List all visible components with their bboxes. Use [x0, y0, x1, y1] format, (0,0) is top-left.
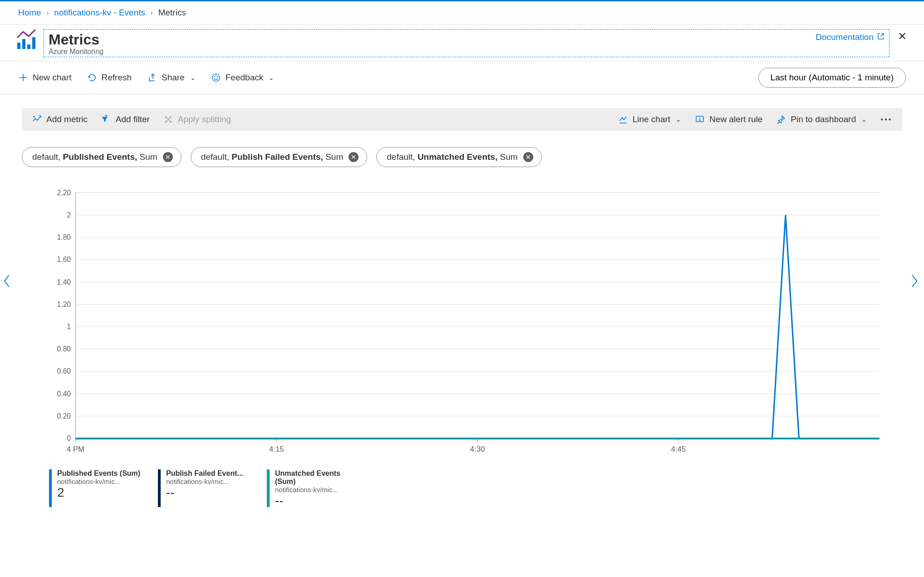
breadcrumb-home[interactable]: Home	[18, 8, 41, 18]
svg-rect-3	[32, 37, 35, 49]
legend-title: Publish Failed Event...	[166, 469, 243, 478]
svg-text:4 PM: 4 PM	[67, 445, 84, 454]
split-icon	[163, 114, 173, 124]
title-row: Metrics Azure Monitoring Documentation ✕	[0, 25, 924, 61]
svg-point-10	[170, 121, 171, 123]
alert-icon	[695, 114, 705, 124]
breadcrumb-sep: ›	[47, 9, 49, 16]
svg-point-12	[699, 120, 700, 121]
svg-point-8	[165, 121, 167, 123]
chevron-down-icon: ⌄	[190, 74, 196, 81]
svg-rect-0	[17, 43, 20, 49]
pin-to-dashboard-button[interactable]: Pin to dashboard ⌄	[776, 114, 867, 124]
svg-rect-1	[22, 39, 25, 49]
page-subtitle: Azure Monitoring	[49, 48, 103, 56]
legend-value: --	[275, 494, 362, 507]
chart-prev-button[interactable]	[0, 271, 15, 295]
chart-area: 2.2021.801.601.401.2010.800.600.400.2004…	[22, 189, 902, 459]
chip-label: default, Publish Failed Events, Sum	[201, 152, 344, 162]
svg-text:0.60: 0.60	[57, 367, 71, 375]
svg-point-7	[165, 117, 167, 118]
svg-text:1.60: 1.60	[57, 256, 71, 263]
svg-text:0.80: 0.80	[57, 345, 71, 353]
legend-value: --	[166, 486, 243, 499]
share-button[interactable]: Share ⌄	[147, 73, 196, 83]
remove-chip-icon[interactable]: ✕	[349, 152, 359, 162]
svg-text:0.40: 0.40	[57, 390, 71, 398]
more-button[interactable]: ···	[880, 117, 892, 122]
legend-item[interactable]: Unmatched Events (Sum)notifications-kv/m…	[267, 469, 362, 507]
legend-title: Published Events (Sum)	[57, 469, 140, 478]
add-metric-icon	[32, 114, 42, 124]
chip-label: default, Unmatched Events, Sum	[387, 152, 517, 162]
refresh-icon	[87, 73, 97, 83]
svg-text:1.20: 1.20	[57, 301, 71, 308]
chevron-down-icon: ⌄	[861, 116, 867, 123]
refresh-button[interactable]: Refresh	[87, 73, 132, 83]
legend-item[interactable]: Published Events (Sum)notifications-kv/m…	[49, 469, 144, 507]
add-metric-button[interactable]: Add metric	[32, 114, 88, 124]
svg-text:2: 2	[67, 211, 71, 219]
chevron-down-icon: ⌄	[269, 74, 274, 81]
legend-subtitle: notifications-kv/mic...	[166, 478, 243, 485]
svg-text:0.20: 0.20	[57, 412, 71, 420]
smiley-icon	[211, 73, 221, 83]
metric-chip[interactable]: default, Unmatched Events, Sum✕	[376, 147, 541, 167]
svg-text:1.80: 1.80	[57, 233, 71, 241]
remove-chip-icon[interactable]: ✕	[163, 152, 173, 162]
legend-swatch	[267, 469, 270, 507]
external-link-icon	[877, 32, 885, 42]
svg-point-9	[170, 117, 171, 118]
line-chart[interactable]: 2.2021.801.601.401.2010.800.600.400.2004…	[49, 189, 884, 459]
legend-item[interactable]: Publish Failed Event...notifications-kv/…	[158, 469, 253, 507]
svg-point-5	[214, 77, 215, 77]
svg-text:2.20: 2.20	[57, 189, 71, 197]
feedback-button[interactable]: Feedback ⌄	[211, 73, 274, 83]
breadcrumb-sep: ›	[151, 9, 153, 16]
chart-next-button[interactable]	[906, 271, 922, 295]
line-chart-icon	[618, 114, 628, 124]
chip-label: default, Published Events, Sum	[32, 152, 157, 162]
svg-text:1: 1	[67, 323, 71, 330]
close-icon[interactable]: ✕	[896, 30, 909, 43]
breadcrumb: Home › notifications-kv - Events › Metri…	[0, 0, 924, 25]
chevron-down-icon: ⌄	[676, 116, 681, 123]
add-filter-button[interactable]: Add filter	[101, 114, 150, 124]
metrics-icon	[15, 29, 37, 51]
new-alert-rule-button[interactable]: New alert rule	[695, 114, 762, 124]
pin-icon	[776, 114, 786, 124]
chart-command-bar: Add metric Add filter Apply splitting	[22, 108, 902, 131]
apply-splitting-button: Apply splitting	[163, 114, 231, 124]
chart-legend: Published Events (Sum)notifications-kv/m…	[22, 469, 902, 507]
svg-text:4:45: 4:45	[671, 445, 686, 454]
page-title: Metrics	[49, 32, 103, 47]
legend-title: Unmatched Events (Sum)	[275, 469, 362, 486]
svg-text:4:15: 4:15	[269, 445, 284, 454]
legend-swatch	[158, 469, 161, 507]
metric-chip[interactable]: default, Publish Failed Events, Sum✕	[191, 147, 368, 167]
metric-chips-row: default, Published Events, Sum✕default, …	[22, 147, 902, 167]
svg-rect-2	[27, 44, 30, 49]
metric-chip[interactable]: default, Published Events, Sum✕	[22, 147, 182, 167]
new-chart-button[interactable]: New chart	[18, 73, 72, 83]
svg-text:1.40: 1.40	[57, 278, 71, 286]
legend-swatch	[49, 469, 52, 507]
svg-point-6	[217, 77, 217, 77]
legend-value: 2	[57, 486, 140, 499]
time-range-button[interactable]: Last hour (Automatic - 1 minute)	[758, 68, 906, 88]
chart-type-button[interactable]: Line chart ⌄	[618, 114, 681, 124]
share-icon	[147, 73, 157, 83]
svg-text:4:30: 4:30	[470, 445, 485, 454]
command-bar: New chart Refresh Share ⌄ Feedback ⌄ Las…	[0, 61, 924, 94]
breadcrumb-current: Metrics	[158, 8, 186, 18]
plus-icon	[18, 73, 28, 83]
documentation-link[interactable]: Documentation	[816, 32, 885, 42]
legend-subtitle: notifications-kv/mic...	[57, 478, 140, 485]
legend-subtitle: notifications-kv/mic...	[275, 486, 362, 493]
remove-chip-icon[interactable]: ✕	[523, 152, 533, 162]
filter-icon	[101, 114, 111, 124]
svg-text:0: 0	[67, 434, 71, 442]
breadcrumb-resource[interactable]: notifications-kv - Events	[54, 8, 145, 18]
svg-point-4	[212, 74, 220, 81]
